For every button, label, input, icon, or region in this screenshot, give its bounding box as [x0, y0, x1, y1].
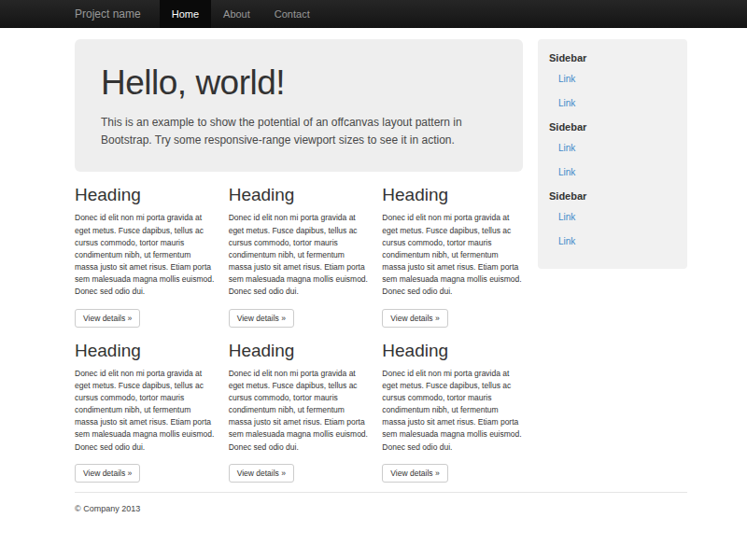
- list-item: Link: [558, 138, 676, 155]
- content-card: Heading Donec id elit non mi porta gravi…: [229, 172, 370, 327]
- hero-subtitle: This is an example to show the potential…: [101, 114, 497, 149]
- nav-item-home[interactable]: Home: [160, 0, 211, 28]
- list-item: Link: [558, 162, 676, 179]
- view-details-button[interactable]: View details »: [229, 309, 294, 328]
- card-heading: Heading: [229, 185, 370, 205]
- view-details-button[interactable]: View details »: [75, 464, 140, 483]
- sidebar-link[interactable]: Link: [558, 236, 575, 246]
- page-container: Hello, world! This is an example to show…: [75, 28, 687, 483]
- card-body-text: Donec id elit non mi porta gravida at eg…: [229, 212, 370, 298]
- card-heading: Heading: [382, 185, 523, 205]
- card-body-text: Donec id elit non mi porta gravida at eg…: [229, 368, 370, 454]
- content-card: Heading Donec id elit non mi porta gravi…: [229, 328, 370, 483]
- content-card: Heading Donec id elit non mi porta gravi…: [75, 328, 216, 483]
- sidebar-link[interactable]: Link: [558, 212, 575, 222]
- list-item: Link: [558, 93, 676, 110]
- nav-item-about[interactable]: About: [211, 0, 262, 28]
- card-heading: Heading: [75, 341, 216, 361]
- card-body-text: Donec id elit non mi porta gravida at eg…: [382, 368, 523, 454]
- content-card: Heading Donec id elit non mi porta gravi…: [382, 328, 523, 483]
- sidebar-link[interactable]: Link: [558, 167, 575, 177]
- navbar-container: Project name Home About Contact: [75, 0, 687, 28]
- sidebar-link-list: Link Link: [549, 138, 676, 179]
- sidebar-group-heading: Sidebar: [549, 52, 676, 63]
- list-item: Link: [558, 207, 676, 224]
- sidebar: Sidebar Link Link Sidebar Link Link Side…: [538, 39, 687, 269]
- sidebar-link[interactable]: Link: [558, 98, 575, 108]
- sidebar-group-heading: Sidebar: [549, 190, 676, 202]
- jumbotron: Hello, world! This is an example to show…: [75, 39, 523, 172]
- nav-item: About: [211, 0, 262, 28]
- hero-title: Hello, world!: [101, 63, 497, 103]
- sidebar-group-heading: Sidebar: [549, 121, 676, 133]
- sidebar-link-list: Link Link: [549, 69, 676, 110]
- navbar-menu: Home About Contact: [160, 0, 322, 28]
- list-item: Link: [558, 69, 676, 86]
- cards-grid-row-2: Heading Donec id elit non mi porta gravi…: [75, 328, 523, 483]
- content-card: Heading Donec id elit non mi porta gravi…: [382, 172, 523, 327]
- nav-item: Contact: [262, 0, 322, 28]
- cards-grid-row-1: Heading Donec id elit non mi porta gravi…: [75, 172, 523, 327]
- content-card: Heading Donec id elit non mi porta gravi…: [75, 172, 216, 327]
- card-body-text: Donec id elit non mi porta gravida at eg…: [75, 368, 216, 454]
- copyright-text: © Company 2013: [75, 504, 687, 513]
- view-details-button[interactable]: View details »: [382, 464, 447, 483]
- card-heading: Heading: [229, 341, 370, 361]
- card-body-text: Donec id elit non mi porta gravida at eg…: [382, 212, 523, 298]
- view-details-button[interactable]: View details »: [382, 309, 447, 328]
- sidebar-group: Sidebar Link Link: [549, 190, 676, 248]
- sidebar-link[interactable]: Link: [558, 143, 575, 153]
- card-heading: Heading: [382, 341, 523, 361]
- navbar-brand[interactable]: Project name: [75, 0, 141, 28]
- page-footer: © Company 2013: [75, 492, 687, 513]
- card-heading: Heading: [75, 185, 216, 205]
- view-details-button[interactable]: View details »: [229, 464, 294, 483]
- main-column: Hello, world! This is an example to show…: [75, 39, 523, 483]
- sidebar-group: Sidebar Link Link: [549, 52, 676, 110]
- top-navbar: Project name Home About Contact: [0, 0, 747, 28]
- view-details-button[interactable]: View details »: [75, 309, 140, 328]
- nav-item: Home: [160, 0, 211, 28]
- sidebar-link[interactable]: Link: [558, 74, 575, 84]
- sidebar-link-list: Link Link: [549, 207, 676, 248]
- nav-item-contact[interactable]: Contact: [262, 0, 322, 28]
- sidebar-group: Sidebar Link Link: [549, 121, 676, 179]
- list-item: Link: [558, 231, 676, 248]
- card-body-text: Donec id elit non mi porta gravida at eg…: [75, 212, 216, 298]
